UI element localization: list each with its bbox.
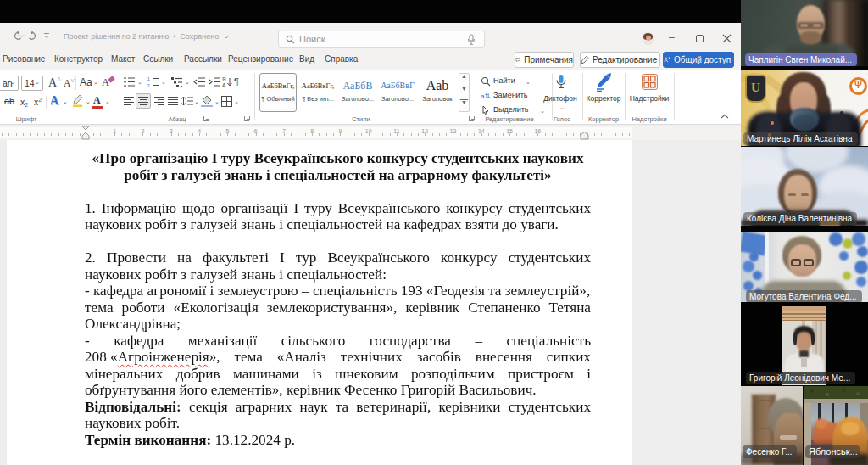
svg-text:А: А — [222, 82, 226, 87]
svg-text:1: 1 — [147, 76, 150, 81]
svg-text:Я: Я — [222, 76, 226, 82]
svg-text:a⇅: a⇅ — [481, 92, 490, 100]
svg-text:2: 2 — [147, 83, 150, 88]
